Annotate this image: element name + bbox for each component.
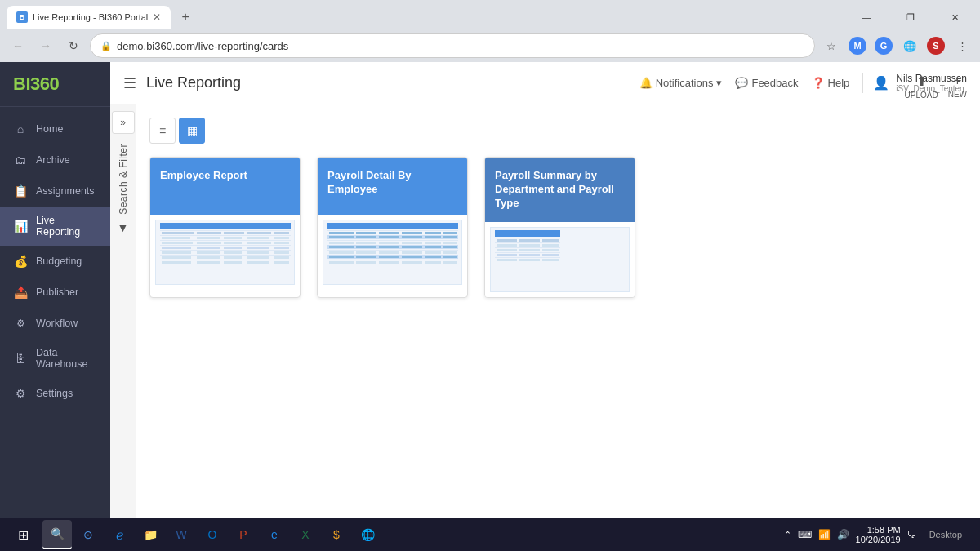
card-employee-report[interactable]: Employee Report: [149, 157, 301, 298]
filter-icon[interactable]: ▼: [118, 221, 129, 234]
preview-chart-payroll-detail: [327, 223, 458, 282]
notifications-label: Notifications: [656, 77, 714, 89]
svg-rect-57: [443, 236, 457, 238]
new-tab-button[interactable]: +: [174, 6, 197, 29]
hamburger-button[interactable]: ☰: [123, 74, 136, 92]
feedback-icon: 💬: [735, 77, 748, 89]
card-preview-employee-report: [150, 215, 300, 290]
maximize-button[interactable]: ❐: [892, 6, 929, 29]
svg-rect-26: [162, 251, 191, 254]
new-button[interactable]: + NEW: [948, 73, 967, 100]
close-button[interactable]: ✕: [936, 6, 973, 29]
sidebar-item-live-reporting[interactable]: 📊 Live Reporting: [0, 207, 110, 246]
star-icon[interactable]: ☆: [820, 34, 843, 57]
svg-rect-84: [425, 256, 441, 258]
svg-rect-30: [274, 251, 289, 254]
svg-rect-16: [224, 242, 242, 244]
powerpoint-icon: P: [239, 528, 247, 541]
app1-icon: $: [333, 528, 340, 541]
word-icon: W: [176, 528, 186, 541]
sidebar-item-assignments[interactable]: 📋 Assignments: [0, 176, 110, 207]
upload-button[interactable]: ⬆ UPLOAD: [905, 73, 938, 100]
svg-rect-83: [402, 256, 422, 258]
taskbar-outlook-button[interactable]: O: [198, 520, 227, 549]
sidebar-item-home[interactable]: ⌂ Home: [0, 113, 110, 144]
earth-icon[interactable]: 🌐: [898, 34, 921, 57]
svg-rect-0: [160, 223, 291, 229]
list-view-button[interactable]: ≡: [149, 118, 176, 144]
close-tab-button[interactable]: ✕: [153, 11, 161, 23]
taskbar-apps: 🔍 ⊙ ℯ 📁 W O P e X $ 🌐: [42, 520, 781, 549]
notification-icon[interactable]: 🗨: [907, 529, 917, 540]
volume-icon: 🔊: [837, 529, 849, 540]
svg-rect-102: [495, 247, 560, 248]
taskbar-search-icon: 🔍: [51, 527, 65, 540]
refresh-button[interactable]: ↻: [62, 34, 85, 57]
svg-rect-35: [247, 256, 270, 259]
svg-rect-31: [160, 255, 291, 256]
user-profile-icon[interactable]: S: [924, 34, 947, 57]
chevron-up-icon[interactable]: ⌃: [784, 530, 791, 540]
sidebar-label-home: Home: [36, 123, 63, 135]
sidebar-item-workflow[interactable]: ⚙ Workflow: [0, 308, 110, 339]
sidebar-item-data-warehouse[interactable]: 🗄 Data Warehouse: [0, 339, 110, 378]
feedback-label: Feedback: [751, 77, 798, 89]
taskbar-explorer-button[interactable]: 📁: [136, 520, 165, 549]
sidebar-label-workflow: Workflow: [36, 318, 78, 329]
svg-rect-66: [329, 246, 354, 248]
minimize-button[interactable]: —: [848, 6, 885, 29]
top-header: ☰ Live Reporting ⬆ UPLOAD + NEW 🔔 Notifi…: [110, 62, 980, 104]
desktop-label[interactable]: Desktop: [924, 530, 962, 540]
sidebar-item-archive[interactable]: 🗂 Archive: [0, 144, 110, 176]
svg-rect-53: [356, 236, 376, 238]
workflow-icon: ⚙: [13, 316, 28, 331]
taskbar-word-button[interactable]: W: [167, 520, 196, 549]
user-avatar: S: [927, 37, 945, 55]
feedback-button[interactable]: 💬 Feedback: [735, 77, 798, 89]
svg-rect-68: [379, 246, 399, 248]
svg-rect-62: [402, 242, 422, 244]
panel-toggle-button[interactable]: »: [112, 111, 135, 134]
svg-rect-34: [224, 256, 242, 259]
svg-rect-69: [402, 246, 422, 248]
taskbar-search-button[interactable]: 🔍: [42, 520, 72, 549]
notifications-button[interactable]: 🔔 Notifications ▾: [639, 77, 723, 89]
taskbar-excel-button[interactable]: X: [291, 520, 320, 549]
svg-rect-48: [402, 232, 422, 234]
svg-rect-59: [329, 242, 354, 244]
show-desktop-button[interactable]: [969, 520, 973, 549]
sidebar-item-settings[interactable]: ⚙ Settings: [0, 378, 110, 409]
svg-rect-39: [197, 261, 220, 264]
start-button[interactable]: ⊞: [7, 522, 39, 548]
browser-tab[interactable]: B Live Reporting - BI360 Portal ✕: [7, 6, 171, 29]
svg-rect-40: [224, 261, 242, 264]
taskbar-cortana-button[interactable]: ⊙: [74, 520, 103, 549]
back-button[interactable]: ←: [7, 34, 29, 57]
card-preview-inner-payroll-detail: [323, 220, 462, 285]
svg-rect-9: [197, 237, 220, 239]
grid-view-button[interactable]: ▦: [179, 118, 205, 144]
google-g-avatar: G: [875, 37, 893, 55]
taskbar-app1-button[interactable]: $: [322, 520, 351, 549]
taskbar-ie-button[interactable]: ℯ: [105, 520, 134, 549]
taskbar-powerpoint-button[interactable]: P: [229, 520, 258, 549]
taskbar-edge-button[interactable]: e: [260, 520, 289, 549]
bell-icon: 🔔: [639, 77, 653, 89]
google-m-icon[interactable]: M: [846, 34, 869, 57]
address-bar[interactable]: 🔒 demo.bi360.com/live-reporting/cards: [90, 33, 815, 58]
card-header-payroll-summary: Payroll Summary by Department and Payrol…: [485, 158, 635, 222]
card-payroll-summary[interactable]: Payroll Summary by Department and Payrol…: [484, 157, 635, 298]
sidebar-item-budgeting[interactable]: 💰 Budgeting: [0, 246, 110, 277]
svg-rect-77: [425, 251, 441, 254]
card-payroll-detail[interactable]: Payroll Detail By Employee: [317, 157, 468, 298]
help-button[interactable]: ❓ Help: [812, 77, 850, 89]
sidebar-item-publisher[interactable]: 📤 Publisher: [0, 277, 110, 308]
svg-rect-10: [224, 237, 242, 239]
extensions-icon[interactable]: ⋮: [951, 34, 973, 57]
svg-rect-87: [329, 261, 354, 264]
sidebar-label-budgeting: Budgeting: [36, 256, 82, 267]
svg-rect-71: [443, 246, 457, 248]
taskbar-chrome-button[interactable]: 🌐: [353, 520, 382, 549]
forward-button[interactable]: →: [34, 34, 57, 57]
google-g-icon[interactable]: G: [872, 34, 895, 57]
